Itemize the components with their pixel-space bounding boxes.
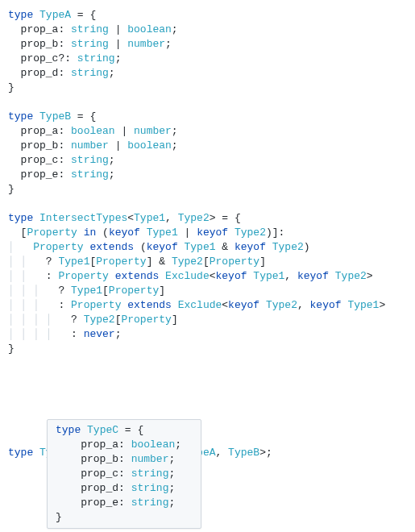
keyword-type: type [8,9,33,21]
code-block-intersect-types: type IntersectTypes<Type1, Type2> = { [P… [8,211,407,356]
hover-tooltip: type TypeC = { prop_a: boolean; prop_b: … [47,419,201,529]
prop-name: prop_a [21,23,59,35]
code-block-type-b: type TypeB = { prop_a: boolean | number;… [8,110,407,197]
code-block-type-a: type TypeA = { prop_a: string | boolean;… [8,8,407,95]
prop-name: prop_c [21,52,59,64]
prop-name: prop_b [21,38,59,50]
tooltip-content: type TypeC = { prop_a: boolean; prop_b: … [56,423,193,525]
prop-name: prop_d [21,67,59,79]
type-name: TypeA [39,9,71,21]
